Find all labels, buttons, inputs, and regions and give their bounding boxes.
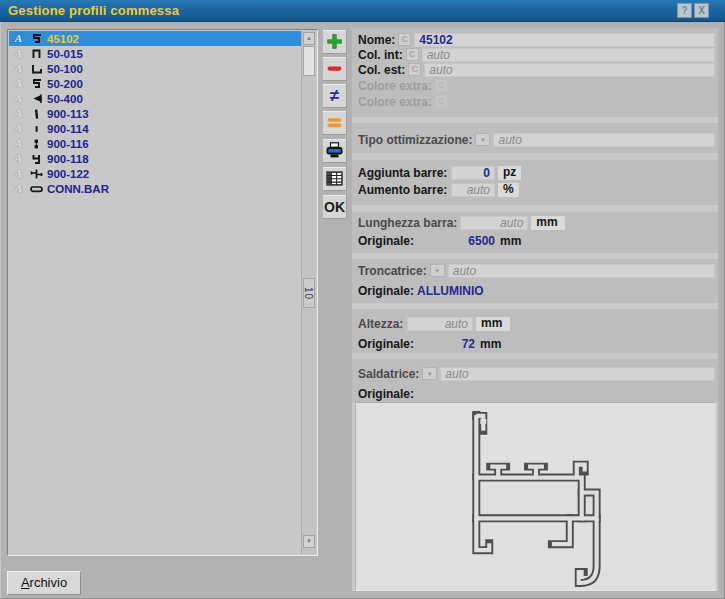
col-int-label: Col. int: <box>358 48 403 62</box>
aggiunta-barre-unit: pz <box>498 166 521 180</box>
row-tipo-ottimizzazione: Tipo ottimizzazione: ▾ auto <box>358 132 718 147</box>
profile-cross-tee-icon <box>28 168 44 180</box>
attribute-a-mark: A <box>12 47 25 60</box>
altezza-input[interactable]: auto <box>407 317 473 331</box>
add-profile-button[interactable] <box>322 29 347 54</box>
tipo-ottimizzazione-input[interactable]: auto <box>493 133 715 147</box>
col-est-label: Col. est: <box>358 63 405 77</box>
colore-extra-1-label: Colore extra: <box>358 79 432 93</box>
list-item[interactable]: A900-113 <box>9 106 301 121</box>
profile-list-panel: A45102A50-015A50-100A50-200A50-400A900-1… <box>7 29 318 556</box>
list-item[interactable]: A45102 <box>9 31 301 46</box>
profile-tip-cut <box>578 574 584 579</box>
col-int-color-button[interactable]: C <box>406 48 419 61</box>
scrollbar-thumb[interactable] <box>303 46 315 76</box>
altezza-unit[interactable]: mm <box>476 317 510 331</box>
row-aumento-barre: Aumento barre: auto % <box>358 182 718 197</box>
attribute-a-mark: A <box>12 122 25 135</box>
colore-extra-2-color-button: C <box>435 95 448 108</box>
equals-button[interactable] <box>322 110 347 135</box>
saldatrice-label: Saldatrice: <box>358 367 419 381</box>
attribute-a-mark: A <box>12 62 25 75</box>
nome-input[interactable]: 45102 <box>414 33 715 47</box>
lunghezza-originale-value: 6500 <box>417 234 495 248</box>
row-lunghezza-barra: Lunghezza barra: auto mm <box>358 215 718 230</box>
list-item-label: 900-122 <box>47 168 89 180</box>
archivio-button[interactable]: Archivio <box>7 571 81 595</box>
profile-step-hook-icon <box>28 78 44 90</box>
profile-flag-icon <box>28 93 44 105</box>
tipo-ottimizzazione-label: Tipo ottimizzazione: <box>358 133 472 147</box>
row-colore-extra-1: Colore extra: C <box>358 78 718 93</box>
lunghezza-barra-input[interactable]: auto <box>460 216 528 230</box>
table-button[interactable] <box>322 166 347 191</box>
aggiunta-barre-input[interactable]: 0 <box>451 166 495 180</box>
printer-icon <box>325 142 344 159</box>
troncatrice-dropdown-icon[interactable]: ▾ <box>430 264 445 277</box>
row-col-int: Col. int: C auto <box>358 47 718 62</box>
profile-list: A45102A50-015A50-100A50-200A50-400A900-1… <box>9 31 301 554</box>
list-item[interactable]: A50-015 <box>9 46 301 61</box>
profile-double-notch-icon <box>28 138 44 150</box>
row-saldatrice: Saldatrice: ▾ auto <box>358 366 718 381</box>
list-item[interactable]: A50-200 <box>9 76 301 91</box>
list-item[interactable]: A900-116 <box>9 136 301 151</box>
row-colore-extra-2: Colore extra: C <box>358 94 718 109</box>
scroll-up-icon[interactable]: ▲ <box>303 32 315 45</box>
list-item[interactable]: A900-122 <box>9 166 301 181</box>
ok-button[interactable]: OK <box>322 194 347 219</box>
aggiunta-barre-label: Aggiunta barre: <box>358 166 448 180</box>
col-int-input[interactable]: auto <box>422 48 715 62</box>
list-item-label: 50-200 <box>47 78 83 90</box>
saldatrice-input[interactable]: auto <box>440 367 715 381</box>
list-item-label: 900-114 <box>47 123 89 135</box>
scroll-count-badge: 10 <box>303 278 315 308</box>
list-item-label: 900-118 <box>47 153 89 165</box>
profile-y-hook-icon <box>28 153 44 165</box>
attribute-a-mark: A <box>12 77 25 90</box>
profile-step-hook-icon <box>28 33 44 45</box>
remove-profile-button[interactable] <box>322 56 347 81</box>
not-equal-icon: ≠ <box>330 87 339 104</box>
altezza-label: Altezza: <box>358 317 404 331</box>
list-item[interactable]: A50-400 <box>9 91 301 106</box>
list-item[interactable]: A900-114 <box>9 121 301 136</box>
list-item[interactable]: A50-100 <box>9 61 301 76</box>
row-nome: Nome: C 45102 <box>358 32 718 47</box>
attribute-a-mark: A <box>12 182 25 195</box>
help-button[interactable]: ? <box>677 3 692 18</box>
troncatrice-label: Troncatrice: <box>358 264 427 278</box>
attribute-a-mark: A <box>12 32 25 45</box>
profile-bar-icon <box>28 108 44 120</box>
not-equal-button[interactable]: ≠ <box>322 83 347 108</box>
list-item-label: 900-116 <box>47 138 89 150</box>
list-item-label: 50-100 <box>47 63 83 75</box>
close-button[interactable]: X <box>694 3 709 18</box>
col-est-color-button[interactable]: C <box>408 63 421 76</box>
troncatrice-input[interactable]: auto <box>448 264 715 278</box>
title-bar[interactable]: Gestione profili commessa ? X <box>0 0 725 22</box>
row-col-est: Col. est: C auto <box>358 62 718 77</box>
list-item[interactable]: A900-118 <box>9 151 301 166</box>
ok-label: OK <box>324 200 345 214</box>
plus-icon <box>326 33 343 50</box>
aumento-barre-unit: % <box>498 183 519 197</box>
attribute-a-mark: A <box>12 107 25 120</box>
spreadsheet-icon <box>326 171 343 186</box>
row-saldatrice-originale: Originale: <box>358 386 718 401</box>
print-button[interactable] <box>322 138 347 163</box>
window-title: Gestione profili commessa <box>0 3 179 18</box>
aumento-barre-label: Aumento barre: <box>358 183 448 197</box>
saldatrice-dropdown-icon[interactable]: ▾ <box>422 367 437 380</box>
scroll-down-icon[interactable]: ▼ <box>303 535 315 548</box>
lunghezza-originale-unit: mm <box>498 234 521 248</box>
tipo-ottimizzazione-dropdown-icon[interactable]: ▾ <box>475 133 490 146</box>
aumento-barre-input[interactable]: auto <box>451 183 495 197</box>
nome-color-button[interactable]: C <box>398 33 411 46</box>
list-item-label: 50-400 <box>47 93 83 105</box>
list-scrollbar[interactable]: ▲ 10 ▼ <box>301 31 316 554</box>
col-est-input[interactable]: auto <box>424 63 715 77</box>
lunghezza-barra-unit[interactable]: mm <box>531 216 565 230</box>
list-item[interactable]: ACONN.BAR <box>9 181 301 196</box>
attribute-a-mark: A <box>12 92 25 105</box>
